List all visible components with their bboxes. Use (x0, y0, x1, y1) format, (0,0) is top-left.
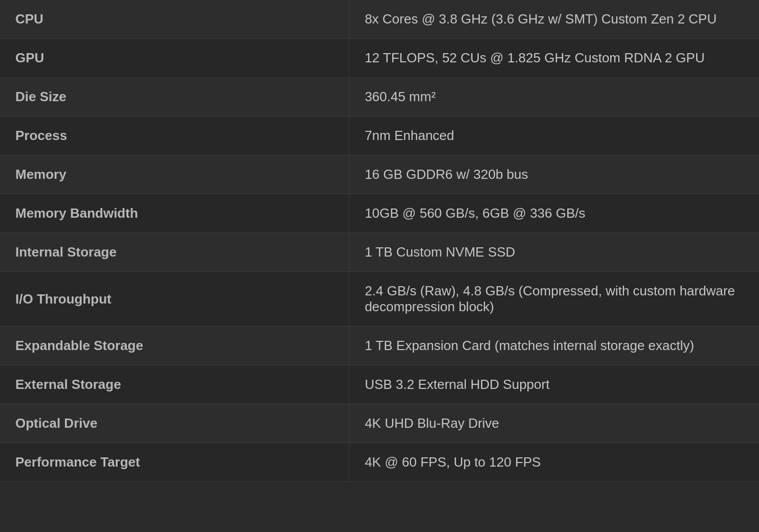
spec-label: CPU (0, 0, 349, 39)
table-row: External StorageUSB 3.2 External HDD Sup… (0, 365, 759, 404)
spec-label: Optical Drive (0, 404, 349, 443)
spec-label: GPU (0, 39, 349, 78)
spec-value: 12 TFLOPS, 52 CUs @ 1.825 GHz Custom RDN… (349, 39, 759, 78)
table-row: Performance Target4K @ 60 FPS, Up to 120… (0, 443, 759, 482)
table-row: CPU8x Cores @ 3.8 GHz (3.6 GHz w/ SMT) C… (0, 0, 759, 39)
table-row: Memory16 GB GDDR6 w/ 320b bus (0, 155, 759, 194)
spec-label: I/O Throughput (0, 272, 349, 327)
spec-value: 2.4 GB/s (Raw), 4.8 GB/s (Compressed, wi… (349, 272, 759, 327)
spec-value: USB 3.2 External HDD Support (349, 365, 759, 404)
spec-label: Memory Bandwidth (0, 194, 349, 233)
table-row: Optical Drive4K UHD Blu-Ray Drive (0, 404, 759, 443)
table-row: Die Size360.45 mm² (0, 78, 759, 117)
table-row: Memory Bandwidth10GB @ 560 GB/s, 6GB @ 3… (0, 194, 759, 233)
table-row: I/O Throughput2.4 GB/s (Raw), 4.8 GB/s (… (0, 272, 759, 327)
spec-value: 7nm Enhanced (349, 117, 759, 155)
spec-value: 4K @ 60 FPS, Up to 120 FPS (349, 443, 759, 482)
table-row: Expandable Storage1 TB Expansion Card (m… (0, 327, 759, 365)
spec-label: Memory (0, 155, 349, 194)
spec-value: 1 TB Expansion Card (matches internal st… (349, 327, 759, 365)
spec-label: Internal Storage (0, 233, 349, 272)
spec-value: 8x Cores @ 3.8 GHz (3.6 GHz w/ SMT) Cust… (349, 0, 759, 39)
spec-label: Process (0, 117, 349, 155)
spec-value: 16 GB GDDR6 w/ 320b bus (349, 155, 759, 194)
specs-table: CPU8x Cores @ 3.8 GHz (3.6 GHz w/ SMT) C… (0, 0, 759, 482)
spec-value: 1 TB Custom NVME SSD (349, 233, 759, 272)
spec-label: External Storage (0, 365, 349, 404)
spec-label: Die Size (0, 78, 349, 117)
spec-label: Performance Target (0, 443, 349, 482)
spec-value: 360.45 mm² (349, 78, 759, 117)
table-row: Process7nm Enhanced (0, 117, 759, 155)
spec-label: Expandable Storage (0, 327, 349, 365)
spec-value: 4K UHD Blu-Ray Drive (349, 404, 759, 443)
spec-value: 10GB @ 560 GB/s, 6GB @ 336 GB/s (349, 194, 759, 233)
table-row: Internal Storage1 TB Custom NVME SSD (0, 233, 759, 272)
table-row: GPU12 TFLOPS, 52 CUs @ 1.825 GHz Custom … (0, 39, 759, 78)
